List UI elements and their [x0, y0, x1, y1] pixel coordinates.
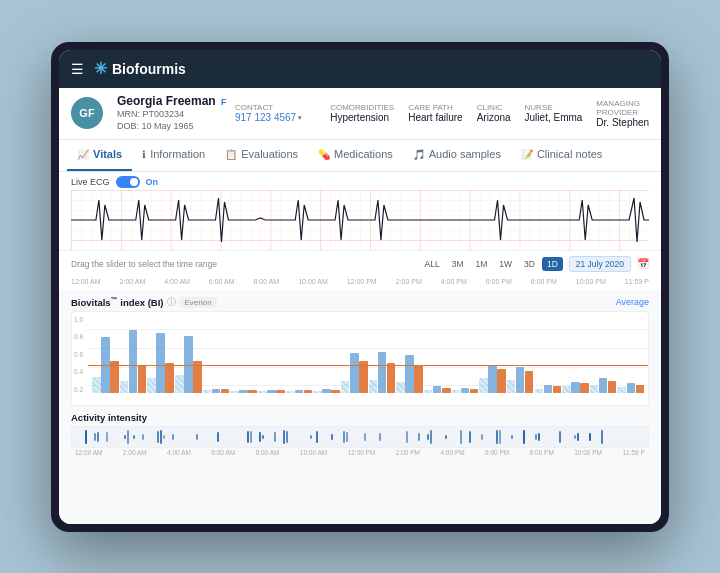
activity-tick: [85, 430, 87, 444]
bar-lightblue: [396, 382, 405, 393]
menu-icon[interactable]: ☰: [71, 61, 84, 77]
activity-bar: [71, 426, 649, 448]
tab-evaluations[interactable]: 📋 Evaluations: [215, 140, 308, 171]
bar-orange: [580, 383, 589, 392]
tab-medications[interactable]: 💊 Medications: [308, 140, 403, 171]
bar-blue: [571, 382, 580, 393]
activity-tick: [523, 430, 525, 444]
bar-blue: [295, 390, 304, 393]
tab-information[interactable]: ℹ Information: [132, 140, 215, 171]
tab-audio[interactable]: 🎵 Audio samples: [403, 140, 511, 171]
provider-value: Dr. Stephen: [596, 117, 649, 128]
bar-orange: [553, 386, 562, 392]
activity-tick: [379, 433, 381, 441]
biovitals-info-icon[interactable]: ⓘ: [167, 296, 176, 309]
biovitals-section: Biovitals™ index (BI) ⓘ Everion Average …: [71, 296, 649, 406]
bar-lightblue: [286, 391, 295, 393]
activity-tick: [142, 434, 144, 440]
btn-1m[interactable]: 1M: [470, 257, 492, 271]
activity-tick: [589, 433, 591, 441]
clinical-icon: 📝: [521, 149, 533, 160]
bar-orange: [608, 381, 617, 393]
tab-vitals[interactable]: 📈 Vitals: [67, 140, 132, 171]
slider-section: Drag the slider to select the time range…: [59, 250, 661, 274]
biovitals-title-group: Biovitals™ index (BI) ⓘ Everion: [71, 296, 217, 309]
bar-group: [562, 382, 589, 393]
bar-orange: [248, 390, 257, 393]
activity-tick: [172, 434, 174, 440]
bar-group: [507, 367, 534, 392]
bar-lightblue: [369, 380, 378, 393]
btn-3d[interactable]: 3D: [519, 257, 540, 271]
ecg-svg: [71, 190, 649, 250]
information-icon: ℹ: [142, 149, 146, 160]
activity-tick: [496, 430, 498, 444]
activity-tick: [316, 431, 318, 443]
bar-lightblue: [617, 387, 626, 393]
btn-1d[interactable]: 1D: [542, 257, 563, 271]
bar-blue: [599, 378, 608, 392]
bar-group: [120, 330, 147, 393]
bar-orange: [636, 385, 645, 393]
charts-area: Biovitals™ index (BI) ⓘ Everion Average …: [59, 290, 661, 524]
activity-tick: [427, 434, 429, 440]
logo: ✳ Biofourmis: [94, 59, 186, 78]
ecg-toggle[interactable]: [116, 176, 140, 188]
activity-tick: [535, 434, 537, 440]
dropdown-arrow[interactable]: ▾: [298, 114, 302, 122]
bar-blue: [212, 389, 221, 393]
top-bar: ☰ ✳ Biofourmis: [59, 50, 661, 88]
activity-tick: [247, 431, 249, 443]
activity-tick: [331, 434, 333, 440]
btn-1w[interactable]: 1W: [494, 257, 517, 271]
contact-value[interactable]: 917 123 4567: [235, 112, 296, 123]
bar-lightblue: [535, 389, 544, 393]
bar-blue: [267, 390, 276, 392]
contact-label: Contact: [235, 103, 302, 112]
bar-lightblue: [258, 391, 267, 393]
activity-tick: [274, 432, 276, 442]
btn-all[interactable]: ALL: [420, 257, 445, 271]
biovitals-tag: Everion: [180, 297, 217, 308]
bar-blue: [516, 367, 525, 392]
bar-blue: [322, 389, 331, 393]
bar-lightblue: [479, 378, 488, 392]
bar-group: [452, 388, 479, 393]
evaluations-icon: 📋: [225, 149, 237, 160]
bar-lightblue: [452, 390, 461, 392]
bar-blue: [378, 352, 387, 393]
bar-group: [286, 390, 313, 393]
tick-3: 6:00 AM: [209, 278, 235, 285]
activity-title: Activity intensity: [71, 412, 649, 423]
activity-tick: [310, 435, 312, 439]
bar-orange: [110, 361, 119, 393]
btn-3m[interactable]: 3M: [447, 257, 469, 271]
bar-blue: [488, 365, 497, 393]
bar-lightblue: [120, 381, 129, 393]
tick-11: 10:00 PM: [576, 278, 606, 285]
audio-icon: 🎵: [413, 149, 425, 160]
bar-blue: [433, 386, 442, 392]
patient-mrn: MRN: PT003234: [117, 108, 207, 121]
bar-lightblue: [147, 378, 156, 392]
bar-blue: [627, 383, 636, 392]
activity-tick: [418, 433, 420, 441]
comorbidities-value: Hypertension: [330, 112, 394, 123]
ecg-label: Live ECG: [71, 177, 110, 187]
activity-tick: [538, 433, 540, 441]
ecg-controls: Live ECG On: [71, 176, 649, 188]
activity-tick: [577, 433, 579, 441]
app-name: Biofourmis: [112, 61, 186, 77]
tick-1: 2:00 AM: [120, 278, 146, 285]
clinic-label: Clinic: [477, 103, 511, 112]
tab-clinical[interactable]: 📝 Clinical notes: [511, 140, 612, 171]
clinic-block: Clinic Arizona: [477, 103, 511, 123]
bar-lightblue: [424, 390, 433, 393]
date-badge[interactable]: 21 July 2020: [569, 256, 631, 272]
bar-blue: [129, 330, 138, 393]
ecg-chart: [71, 190, 649, 250]
bar-blue: [544, 385, 553, 393]
bar-lightblue: [203, 390, 212, 392]
calendar-icon[interactable]: 📅: [637, 258, 649, 269]
phone-block: 917 123 4567 ▾: [235, 112, 302, 123]
